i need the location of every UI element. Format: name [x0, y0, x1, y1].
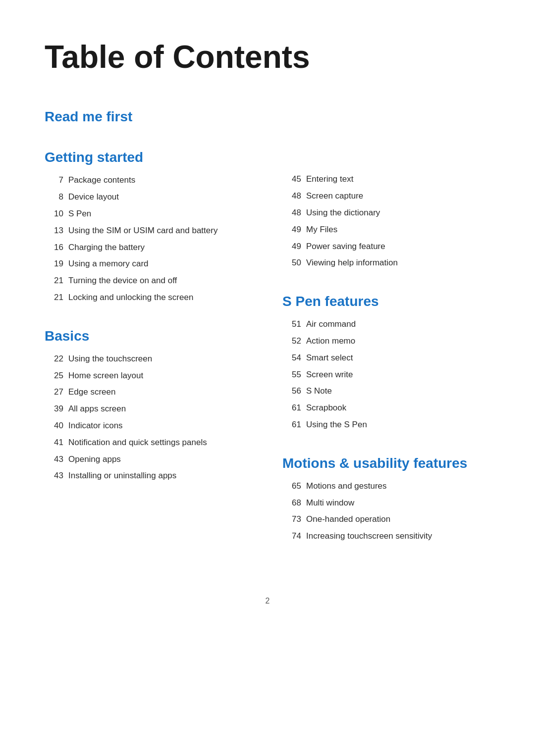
- list-item: 49 Power saving feature: [282, 241, 490, 252]
- list-item: 74 Increasing touchscreen sensitivity: [282, 530, 490, 542]
- list-item: 43 Installing or uninstalling apps: [45, 470, 253, 482]
- entry-text: One-handed operation: [306, 513, 490, 525]
- list-item: 49 My Files: [282, 224, 490, 236]
- section-heading-s-pen: S Pen features: [282, 294, 490, 309]
- section-basics-continued: 45 Entering text 48 Screen capture 48 Us…: [282, 173, 490, 269]
- entry-text: Home screen layout: [68, 370, 253, 382]
- entry-text: Smart select: [306, 352, 490, 364]
- list-item: 39 All apps screen: [45, 403, 253, 415]
- page-number: 16: [45, 242, 63, 253]
- section-heading-read-me-first: Read me first: [45, 109, 253, 125]
- page-number: 74: [282, 530, 301, 542]
- list-item: 50 Viewing help information: [282, 257, 490, 269]
- page-number: 41: [45, 437, 63, 449]
- list-item: 73 One-handed operation: [282, 513, 490, 525]
- section-basics: Basics 22 Using the touchscreen 25 Home …: [45, 328, 253, 482]
- entry-text: Motions and gestures: [306, 480, 490, 492]
- list-item: 13 Using the SIM or USIM card and batter…: [45, 225, 253, 237]
- section-heading-getting-started: Getting started: [45, 150, 253, 165]
- page-number: 7: [45, 174, 63, 186]
- page-number: 45: [282, 173, 301, 185]
- page-number: 25: [45, 370, 63, 382]
- list-item: 21 Locking and unlocking the screen: [45, 292, 253, 303]
- right-column: 45 Entering text 48 Screen capture 48 Us…: [282, 109, 490, 567]
- list-item: 48 Screen capture: [282, 190, 490, 202]
- entry-text: Power saving feature: [306, 241, 490, 252]
- entry-text: Screen capture: [306, 190, 490, 202]
- entry-text: Using the touchscreen: [68, 353, 253, 365]
- list-item: 7 Package contents: [45, 174, 253, 186]
- section-s-pen-features: S Pen features 51 Air command 52 Action …: [282, 294, 490, 431]
- list-item: 22 Using the touchscreen: [45, 353, 253, 365]
- entry-text: Indicator icons: [68, 420, 253, 432]
- page-number: 48: [282, 207, 301, 219]
- entry-text: Multi window: [306, 497, 490, 509]
- page-number: 55: [282, 369, 301, 381]
- page-number: 73: [282, 513, 301, 525]
- list-item: 51 Air command: [282, 318, 490, 330]
- page-title: Table of Contents: [45, 40, 490, 74]
- page-number: 8: [45, 191, 63, 203]
- page-number: 43: [45, 470, 63, 482]
- entry-text: All apps screen: [68, 403, 253, 415]
- page-number: 49: [282, 224, 301, 236]
- page-number: 51: [282, 318, 301, 330]
- page-number: 21: [45, 275, 63, 287]
- list-item: 54 Smart select: [282, 352, 490, 364]
- list-item: 40 Indicator icons: [45, 420, 253, 432]
- list-item: 61 Scrapbook: [282, 402, 490, 414]
- entry-text: Turning the device on and off: [68, 275, 253, 287]
- entry-text: Action memo: [306, 335, 490, 347]
- entry-text: Using a memory card: [68, 258, 253, 270]
- section-motions-usability: Motions & usability features 65 Motions …: [282, 455, 490, 542]
- list-item: 56 S Note: [282, 385, 490, 397]
- list-item: 65 Motions and gestures: [282, 480, 490, 492]
- page-number: 40: [45, 420, 63, 432]
- page-number: 50: [282, 257, 301, 269]
- entry-text: Charging the battery: [68, 242, 253, 253]
- page-number: 27: [45, 386, 63, 398]
- entry-text: Package contents: [68, 174, 253, 186]
- entry-text: Opening apps: [68, 454, 253, 465]
- list-item: 61 Using the S Pen: [282, 419, 490, 431]
- page-number: 43: [45, 454, 63, 465]
- entry-text: Using the S Pen: [306, 419, 490, 431]
- basics-list: 22 Using the touchscreen 25 Home screen …: [45, 353, 253, 482]
- entry-text: Notification and quick settings panels: [68, 437, 253, 449]
- page-number: 61: [282, 402, 301, 414]
- entry-text: Device layout: [68, 191, 253, 203]
- footer-page-number: 2: [266, 597, 270, 605]
- page-number: 21: [45, 292, 63, 303]
- entry-text: Screen write: [306, 369, 490, 381]
- page-number: 61: [282, 419, 301, 431]
- motions-list: 65 Motions and gestures 68 Multi window …: [282, 480, 490, 542]
- section-getting-started: Getting started 7 Package contents 8 Dev…: [45, 150, 253, 303]
- list-item: 48 Using the dictionary: [282, 207, 490, 219]
- list-item: 21 Turning the device on and off: [45, 275, 253, 287]
- list-item: 43 Opening apps: [45, 454, 253, 465]
- list-item: 68 Multi window: [282, 497, 490, 509]
- entry-text: Using the dictionary: [306, 207, 490, 219]
- page-number: 19: [45, 258, 63, 270]
- entry-text: My Files: [306, 224, 490, 236]
- entry-text: S Pen: [68, 208, 253, 220]
- page-number: 10: [45, 208, 63, 220]
- entry-text: Air command: [306, 318, 490, 330]
- page-number: 49: [282, 241, 301, 252]
- list-item: 55 Screen write: [282, 369, 490, 381]
- list-item: 52 Action memo: [282, 335, 490, 347]
- page-number: 52: [282, 335, 301, 347]
- s-pen-list: 51 Air command 52 Action memo 54 Smart s…: [282, 318, 490, 431]
- section-heading-motions: Motions & usability features: [282, 455, 490, 471]
- left-column: Read me first Getting started 7 Package …: [45, 109, 253, 567]
- list-item: 19 Using a memory card: [45, 258, 253, 270]
- entry-text: Entering text: [306, 173, 490, 185]
- list-item: 16 Charging the battery: [45, 242, 253, 253]
- entry-text: Installing or uninstalling apps: [68, 470, 253, 482]
- list-item: 45 Entering text: [282, 173, 490, 185]
- entry-text: Increasing touchscreen sensitivity: [306, 530, 490, 542]
- section-heading-basics: Basics: [45, 328, 253, 344]
- list-item: 25 Home screen layout: [45, 370, 253, 382]
- page-number: 48: [282, 190, 301, 202]
- page-number: 13: [45, 225, 63, 237]
